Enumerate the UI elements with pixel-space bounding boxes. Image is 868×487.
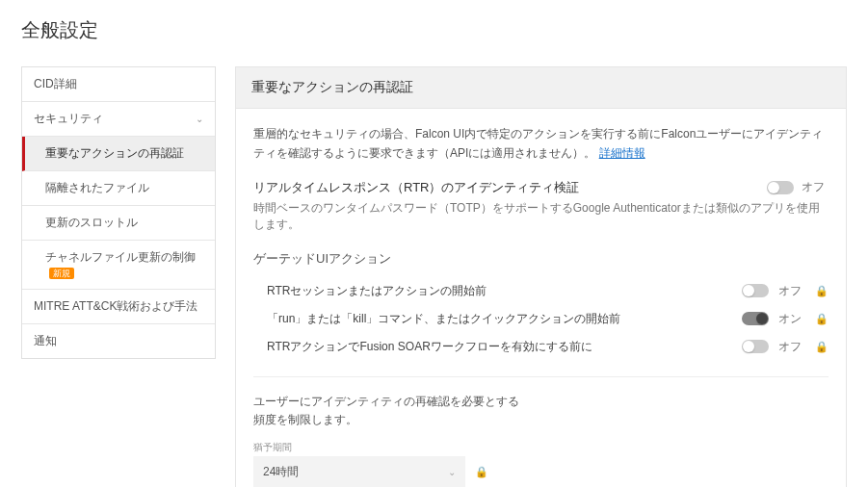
sidebar-item-label: チャネルファイル更新の制御 <box>45 250 196 264</box>
rtr-toggle[interactable] <box>767 181 794 194</box>
sidebar-item-reauth[interactable]: 重要なアクションの再認証 <box>22 137 215 171</box>
chevron-down-icon: ⌄ <box>448 467 456 477</box>
gated-section-title: ゲーテッドUIアクション <box>253 250 829 268</box>
sidebar-item-quarantine[interactable]: 隔離されたファイル <box>22 171 215 206</box>
sidebar-item-label: MITRE ATT&CK戦術および手法 <box>34 298 197 315</box>
page-title: 全般設定 <box>21 17 847 43</box>
more-info-link[interactable]: 詳細情報 <box>599 146 645 160</box>
gated-toggle-state: オフ <box>778 339 805 355</box>
sidebar-item-label: CID詳細 <box>34 76 77 92</box>
lock-icon: 🔒 <box>815 341 829 353</box>
sidebar-item-label: 重要なアクションの再認証 <box>45 146 184 160</box>
divider <box>253 376 829 377</box>
sidebar-item-label: 通知 <box>34 333 57 349</box>
panel-description: 重層的なセキュリティの場合、Falcon UI内で特定のアクションを実行する前に… <box>253 124 829 164</box>
sidebar: CID詳細 セキュリティ ⌄ 重要なアクションの再認証 隔離されたファイル 更新… <box>21 66 216 359</box>
sidebar-item-label: セキュリティ <box>34 111 103 127</box>
rtr-toggle-state: オフ <box>802 179 829 195</box>
description-text: 重層的なセキュリティの場合、Falcon UI内で特定のアクションを実行する前に… <box>253 127 823 160</box>
grace-period-label: 猶予期間 <box>253 441 829 454</box>
gated-row-2: RTRアクションでFusion SOARワークフローを有効にする前に オフ 🔒 <box>253 333 829 361</box>
lock-icon: 🔒 <box>815 313 829 325</box>
sidebar-item-security[interactable]: セキュリティ ⌄ <box>22 102 215 137</box>
sidebar-item-throttle[interactable]: 更新のスロットル <box>22 206 215 241</box>
gated-row-0: RTRセッションまたはアクションの開始前 オフ 🔒 <box>253 277 829 305</box>
gated-toggle-state: オフ <box>778 283 805 299</box>
panel-header: 重要なアクションの再認証 <box>236 67 846 109</box>
settings-panel: 重要なアクションの再認証 重層的なセキュリティの場合、Falcon UI内で特定… <box>235 66 847 487</box>
frequency-description: ユーザーにアイデンティティの再確認を必要とする 頻度を制限します。 <box>253 393 829 429</box>
gated-toggle-1[interactable] <box>742 312 769 325</box>
grace-period-select[interactable]: 24時間 ⌄ <box>253 456 465 487</box>
lock-icon: 🔒 <box>815 285 829 297</box>
rtr-subtitle: 時間ベースのワンタイムパスワード（TOTP）をサポートするGoogle Auth… <box>253 200 829 233</box>
lock-icon: 🔒 <box>475 466 488 478</box>
sidebar-item-notifications[interactable]: 通知 <box>22 324 215 358</box>
gated-row-1: 「run」または「kill」コマンド、またはクイックアクションの開始前 オン 🔒 <box>253 305 829 333</box>
gated-toggle-0[interactable] <box>742 284 769 297</box>
chevron-down-icon: ⌄ <box>196 114 203 124</box>
sidebar-item-label: 隔離されたファイル <box>45 181 149 194</box>
freq-desc-line2: 頻度を制限します。 <box>253 413 357 426</box>
gated-row-label: RTRアクションでFusion SOARワークフローを有効にする前に <box>267 339 732 355</box>
gated-row-label: RTRセッションまたはアクションの開始前 <box>267 283 732 299</box>
gated-toggle-2[interactable] <box>742 340 769 353</box>
sidebar-item-cid[interactable]: CID詳細 <box>22 67 215 102</box>
gated-toggle-state: オン <box>778 311 805 327</box>
freq-desc-line1: ユーザーにアイデンティティの再確認を必要とする <box>253 395 519 408</box>
sidebar-item-channel-file[interactable]: チャネルファイル更新の制御 新規 <box>22 241 215 290</box>
sidebar-item-label: 更新のスロットル <box>45 216 138 229</box>
gated-row-label: 「run」または「kill」コマンド、またはクイックアクションの開始前 <box>267 311 732 327</box>
rtr-title: リアルタイムレスポンス（RTR）のアイデンティティ検証 <box>253 179 579 196</box>
grace-period-value: 24時間 <box>263 464 299 480</box>
badge-new: 新規 <box>49 268 74 279</box>
sidebar-item-mitre[interactable]: MITRE ATT&CK戦術および手法 <box>22 290 215 324</box>
